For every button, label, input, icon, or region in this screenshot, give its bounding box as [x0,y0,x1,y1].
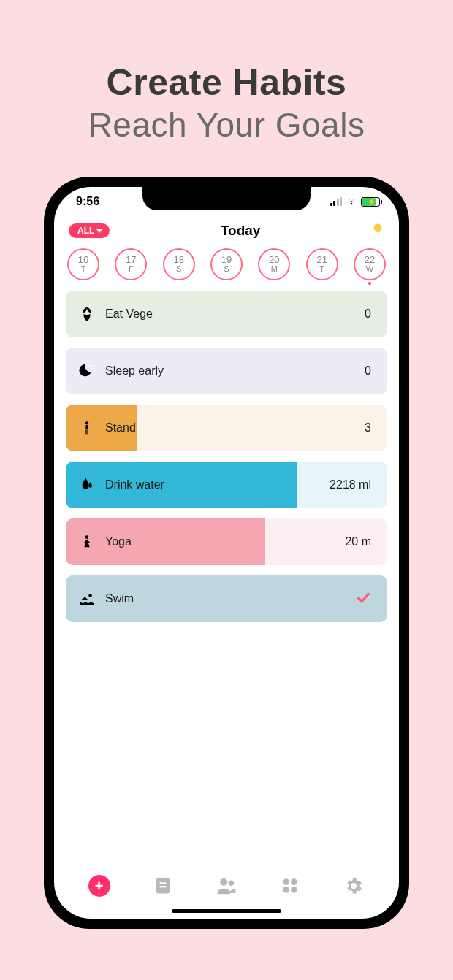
day-20[interactable]: 20M [258,248,290,280]
status-icons: ⚡ [330,195,381,208]
svg-text:zzz: zzz [88,364,94,368]
phone-screen: 9:56 ⚡ ALL Today 16T17F18S19S20M21T22W [54,187,399,919]
habit-row[interactable]: zzzSleep early0 [66,348,387,394]
day-num: 19 [221,255,232,265]
svg-rect-8 [159,882,166,884]
marketing-hero: Create Habits Reach Your Goals [88,0,365,145]
cellular-signal-icon [330,197,343,206]
vege-icon [79,306,95,322]
day-num: 18 [173,255,183,265]
habit-row[interactable]: Stand3 [66,405,387,451]
habit-value: 20 m [345,535,387,548]
day-num: 17 [126,255,136,265]
habit-label: Yoga [105,535,132,548]
phone-notch [142,187,311,210]
day-21[interactable]: 21T [306,248,338,280]
day-dow: W [366,265,373,274]
day-num: 22 [365,255,375,265]
habit-value: 2218 ml [330,478,387,491]
day-dow: T [319,265,324,274]
tab-list-button[interactable] [151,873,175,898]
habit-label: Eat Vege [105,307,153,321]
habit-row[interactable]: Drink water2218 ml [66,462,387,508]
day-strip[interactable]: 16T17F18S19S20M21T22W [54,245,399,285]
habit-label: Sleep early [105,364,164,378]
hero-title: Create Habits [88,61,365,104]
moon-icon: zzz [79,363,95,379]
habit-label: Stand [105,421,136,435]
plus-icon: + [88,875,110,897]
habit-row[interactable]: Swim [66,575,387,622]
battery-icon: ⚡ [361,197,380,207]
habit-value: 0 [365,307,387,321]
svg-point-1 [85,421,88,424]
habit-row[interactable]: Eat Vege0 [66,291,387,337]
svg-rect-3 [85,430,86,435]
tab-apps-button[interactable] [278,873,302,898]
day-16[interactable]: 16T [67,248,99,280]
svg-rect-2 [85,425,88,430]
day-num: 16 [78,255,88,265]
svg-rect-9 [159,886,166,887]
drop-icon [79,477,95,493]
habit-value: 3 [365,421,387,435]
svg-point-14 [283,887,289,893]
svg-point-10 [220,878,227,886]
tab-settings-button[interactable] [341,873,366,898]
filter-all-button[interactable]: ALL [69,223,110,238]
tab-social-button[interactable] [214,873,239,898]
page-title: Today [221,223,261,239]
habit-value: 0 [365,364,387,378]
phone-frame: 9:56 ⚡ ALL Today 16T17F18S19S20M21T22W [44,177,409,929]
svg-rect-4 [87,430,88,435]
habit-label: Swim [105,592,134,605]
hero-subtitle: Reach Your Goals [88,105,365,145]
app-header: ALL Today [54,216,399,245]
day-22[interactable]: 22W [354,248,386,280]
day-dow: F [129,265,134,274]
day-dow: S [224,265,229,274]
lightbulb-icon[interactable] [371,223,384,239]
svg-point-11 [228,881,234,887]
day-17[interactable]: 17F [115,248,147,280]
svg-point-12 [283,878,289,885]
day-19[interactable]: 19S [210,248,243,280]
wifi-icon [346,195,357,208]
habit-list: Eat Vege0zzzSleep early0Stand3Drink wate… [54,285,399,866]
stand-icon [79,420,95,436]
habit-row[interactable]: Yoga20 m [66,518,387,565]
tab-add-button[interactable]: + [87,873,112,898]
filter-all-label: ALL [77,226,94,236]
svg-point-5 [85,535,89,539]
swim-icon [79,591,95,607]
day-dow: T [81,265,86,274]
status-time: 9:56 [76,195,99,208]
svg-point-6 [88,594,92,597]
svg-point-13 [291,878,297,885]
chevron-down-icon [96,229,102,233]
day-num: 20 [269,255,279,265]
check-icon [355,589,387,608]
yoga-icon [79,534,95,550]
habit-label: Drink water [105,478,164,491]
day-dow: S [176,265,181,274]
day-18[interactable]: 18S [163,248,195,280]
day-num: 21 [316,255,327,265]
home-indicator [172,909,281,913]
day-dow: M [271,265,278,274]
svg-point-15 [291,887,297,893]
